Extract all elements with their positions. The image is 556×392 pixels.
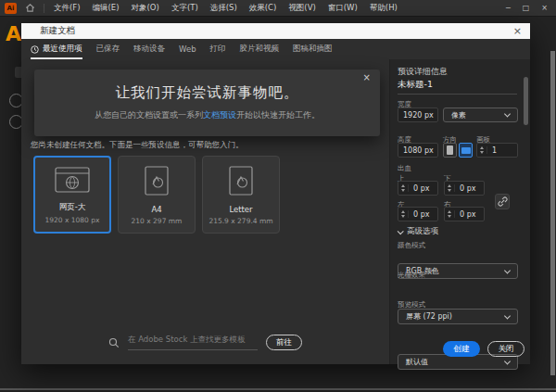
height-input[interactable]: 1080 px <box>398 143 438 158</box>
banner-subtitle: 从您自己的文档设置或一系列文档预设开始以快速开始工作。 <box>34 109 380 121</box>
banner-heading: 让我们开始尝试新事物吧。 <box>34 83 380 103</box>
preset-card-web-large[interactable]: 网页-大 1920 x 1080 px <box>33 156 111 234</box>
orientation-landscape-button[interactable] <box>459 143 473 158</box>
chevron-down-icon <box>504 110 511 117</box>
width-input[interactable]: 1920 px <box>398 107 438 122</box>
document-presets-link[interactable]: 文档预设 <box>203 110 236 120</box>
menu-object[interactable]: 对象(O) <box>130 1 161 16</box>
bleed-bottom-stepper[interactable]: 0 px <box>444 181 485 196</box>
background-app-logo: A <box>6 22 21 45</box>
menu-type[interactable]: 文字(T) <box>170 1 200 16</box>
raster-effects-label: 光栅效果 <box>398 271 425 280</box>
go-button[interactable]: 前往 <box>266 335 302 350</box>
menu-select[interactable]: 选择(S) <box>208 1 239 16</box>
stepper-up-icon[interactable] <box>480 146 484 149</box>
chevron-down-icon <box>398 228 404 234</box>
maximize-button[interactable]: □ <box>523 5 530 12</box>
chain-link-icon <box>498 196 508 207</box>
preset-dimensions: 215.9 x 279.4 mm <box>208 217 272 225</box>
tab-art-illustration[interactable]: 图稿和插图 <box>293 39 333 59</box>
print-page-icon <box>145 157 169 205</box>
units-dropdown[interactable]: 像素 <box>443 107 518 122</box>
chevron-down-icon <box>504 358 511 364</box>
artboards-stepper[interactable]: 1 <box>476 143 518 158</box>
dialog-title: 新建文档 <box>40 25 75 37</box>
menu-edit[interactable]: 编辑(E) <box>91 1 121 16</box>
tab-print[interactable]: 打印 <box>210 39 226 59</box>
preset-cards: 网页-大 1920 x 1080 px A4 210 x 297 mm <box>33 156 280 234</box>
panel-header: 预设详细信息 <box>398 66 448 78</box>
tab-saved[interactable]: 已保存 <box>96 39 120 59</box>
tab-web[interactable]: Web <box>179 39 196 59</box>
menu-effect[interactable]: 效果(C) <box>247 1 279 16</box>
menu-help[interactable]: 帮助(H) <box>368 1 399 16</box>
bleed-left-stepper[interactable]: 0 px <box>398 207 438 221</box>
preview-mode-label: 预览模式 <box>398 300 425 310</box>
divider <box>398 94 517 95</box>
dialog-title-bar: 新建文档 × <box>21 23 530 39</box>
bleed-right-stepper[interactable]: 0 px <box>444 207 485 221</box>
document-name-field[interactable]: 未标题-1 <box>398 79 433 91</box>
window-bottom-border <box>0 388 556 390</box>
illustrator-window: A Ai 文件(F) 编辑(E) 对象(O) 文字(T) 选择(S) 效果(C)… <box>0 0 556 392</box>
menu-window[interactable]: 窗口(W) <box>326 1 360 16</box>
preset-name: A4 <box>151 205 161 214</box>
menu-items: 文件(F) 编辑(E) 对象(O) 文字(T) 选择(S) 效果(C) 视图(V… <box>52 1 399 16</box>
landscape-icon <box>461 147 471 154</box>
app-logo-icon[interactable]: Ai <box>5 3 17 14</box>
stock-search-input[interactable]: 在 Adobe Stock 上查找更多模板 <box>128 335 258 350</box>
chevron-down-icon <box>504 312 511 319</box>
menu-file[interactable]: 文件(F) <box>52 1 82 16</box>
link-values-button[interactable] <box>495 194 510 209</box>
welcome-banner: × 让我们开始尝试新事物吧。 从您自己的文档设置或一系列文档预设开始以快速开始工… <box>34 70 380 136</box>
menu-bar: Ai 文件(F) 编辑(E) 对象(O) 文字(T) 选择(S) 效果(C) 视… <box>0 0 556 17</box>
panel-scrollbar[interactable] <box>524 77 528 125</box>
window-controls: ─ □ × <box>506 5 556 12</box>
menu-view[interactable]: 视图(V) <box>286 1 317 16</box>
web-browser-globe-icon <box>55 158 90 202</box>
dialog-body: × 让我们开始尝试新事物吧。 从您自己的文档设置或一系列文档预设开始以快速开始工… <box>21 59 530 364</box>
stepper-down-icon[interactable] <box>480 151 484 154</box>
create-button[interactable]: 创建 <box>443 341 480 357</box>
preset-dimensions: 210 x 297 mm <box>132 217 183 225</box>
no-documents-hint: 您尚未创建任何文档。下面是一些预设信息，可帮助您入门。 <box>31 140 244 151</box>
tab-recent[interactable]: 最近使用项 <box>31 39 82 59</box>
preset-name: Letter <box>229 205 252 214</box>
color-mode-label: 颜色模式 <box>398 241 425 250</box>
dialog-close-icon[interactable]: × <box>513 26 522 36</box>
panel-footer: 创建 关闭 <box>443 341 524 357</box>
chevron-down-icon <box>504 267 511 273</box>
search-icon <box>108 337 120 348</box>
advanced-options-toggle[interactable]: 高级选项 <box>398 226 438 237</box>
portrait-icon <box>447 145 453 155</box>
close-button[interactable]: 关闭 <box>487 341 524 357</box>
minimize-button[interactable]: ─ <box>506 5 511 12</box>
banner-close-icon[interactable]: × <box>363 72 371 82</box>
new-document-dialog: 新建文档 × 最近使用项 已保存 移动设备 Web 打印 胶片和视频 图稿和插图… <box>21 23 530 364</box>
tab-mobile[interactable]: 移动设备 <box>133 39 165 59</box>
bleed-top-stepper[interactable]: 0 px <box>398 181 438 196</box>
clock-icon <box>31 45 39 54</box>
home-icon[interactable] <box>25 3 35 13</box>
dialog-left-area: × 让我们开始尝试新事物吧。 从您自己的文档设置或一系列文档预设开始以快速开始工… <box>21 59 389 364</box>
orientation-portrait-button[interactable] <box>443 143 457 158</box>
bleed-label: 出血 <box>398 164 411 173</box>
preset-name: 网页-大 <box>59 202 86 213</box>
preset-card-letter[interactable]: Letter 215.9 x 279.4 mm <box>202 156 280 234</box>
adobe-stock-search: 在 Adobe Stock 上查找更多模板 前往 <box>21 335 389 350</box>
background-scrollbar[interactable] <box>550 51 555 375</box>
preset-category-tabs: 最近使用项 已保存 移动设备 Web 打印 胶片和视频 图稿和插图 <box>21 39 530 59</box>
raster-effects-dropdown[interactable]: 屏幕 (72 ppi) <box>398 309 518 324</box>
preset-details-panel: 预设详细信息 未标题-1 宽度 1920 px 像素 高度 方向 画板 1080… <box>389 59 530 364</box>
tab-film-video[interactable]: 胶片和视频 <box>240 39 280 59</box>
preset-card-a4[interactable]: A4 210 x 297 mm <box>118 156 196 234</box>
close-window-button[interactable]: × <box>541 5 548 12</box>
menubar-separator <box>44 4 44 13</box>
preset-dimensions: 1920 x 1080 px <box>45 216 100 224</box>
print-page-icon <box>229 157 253 205</box>
